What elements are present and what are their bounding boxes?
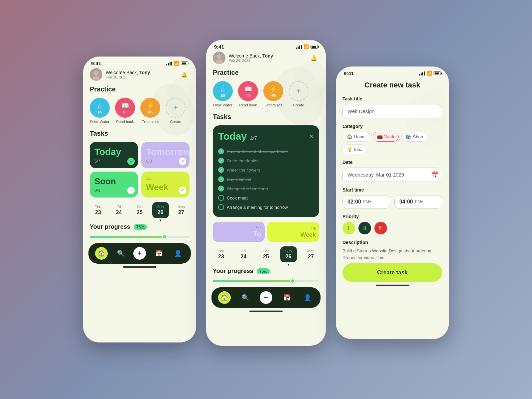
welcome-text-p2: Welcome Back, Tony [229, 53, 273, 59]
end-ampm: PM▾ [415, 200, 423, 204]
p2-create[interactable]: + Create [289, 81, 309, 107]
date-input[interactable] [342, 168, 442, 182]
p2-date-mon[interactable]: Mon27 [303, 246, 319, 262]
header-date: Feb 26, 2023 [106, 75, 150, 79]
tasks-grid: Today 5/7 → Tomorrow 0/3 ✕ Soon 0/1 ↗ 1/… [90, 142, 190, 198]
p2-nav-profile[interactable]: 👤 [301, 291, 314, 304]
header-p2: Welcome Back, Tony Feb 26, 2023 🔔 [213, 52, 319, 64]
task-item-meat[interactable]: Cook meat [218, 193, 314, 202]
practice-item-create[interactable]: + Create [166, 98, 186, 124]
category-home-label: Home [354, 134, 366, 139]
check-dentist: ✓ [218, 158, 224, 164]
phone-2: 9:41 📶 [206, 40, 326, 346]
p2-date-sat[interactable]: Sat25 [258, 246, 274, 262]
date-mon[interactable]: Mon 27 [173, 202, 190, 218]
nav-home[interactable]: 🏠 [95, 247, 108, 260]
priority-low[interactable]: ! [342, 222, 355, 234]
date-input-row: 📅 [342, 168, 442, 182]
task-item-vitamins[interactable]: ✓ Buy vitamins [218, 175, 314, 184]
category-shop-label: Shop [413, 134, 423, 139]
progress-row: Your progress 75% [90, 223, 190, 230]
status-bar-p3: 9:41 📶 [336, 66, 449, 78]
practice-item-exercise[interactable]: ⚡ 4/5 Excersises [140, 98, 160, 124]
practice-row: 💧 1/5 Drink Water 📖 4/5 Read book ⚡ 4/5 … [90, 98, 190, 124]
progress-title-p2: Your progress [213, 268, 253, 275]
close-today-button[interactable]: ✕ [309, 133, 314, 140]
task-item-rent[interactable]: ✓ Pay for the rent of an apartment [218, 147, 314, 156]
p2-nav-home[interactable]: 🏠 [218, 291, 231, 304]
wifi-icon-p3: 📶 [427, 71, 432, 76]
check-meat [218, 195, 224, 201]
tasks-title-p2: Tasks [213, 113, 319, 121]
p2-nav-search[interactable]: 🔍 [239, 291, 252, 304]
start-time-box[interactable]: 02:00 PM▾ [342, 195, 390, 208]
task-item-flowers[interactable]: ✓ Water the flowers [218, 165, 314, 175]
task-card-tomorrow[interactable]: Tomorrow 0/3 ✕ [141, 142, 190, 168]
p2-nav-calendar[interactable]: 📅 [281, 291, 293, 304]
p2-date-thu[interactable]: Thu23 [213, 246, 229, 262]
category-label: Category [342, 124, 442, 129]
category-shop[interactable]: 🛍️ Shop [401, 132, 427, 142]
calendar-icon: 📅 [431, 171, 438, 179]
progress-bar [90, 236, 190, 238]
bottom-nav: 🏠 🔍 + 📅 👤 [88, 243, 191, 264]
date-sat[interactable]: Sat 25 [131, 202, 148, 218]
header: Welcome Back, Tony Feb 26, 2023 🔔 [90, 68, 190, 81]
end-time-box[interactable]: 04:00 PM▾ [394, 195, 442, 208]
nav-add[interactable]: + [133, 247, 146, 260]
task-card-week[interactable]: 1/5 Week ↶ [141, 172, 190, 198]
task-item-dentist[interactable]: ✓ Go to the dentist [218, 156, 314, 165]
priority-medium[interactable]: !! [358, 222, 371, 234]
task-title-input[interactable] [342, 104, 442, 118]
category-work[interactable]: 💼 Work [373, 132, 399, 142]
nav-calendar[interactable]: 📅 [153, 247, 165, 260]
task-item-linen[interactable]: ✓ Change the bed linen [218, 184, 314, 193]
p2-date-sun[interactable]: Sun26 [280, 246, 297, 262]
mini-card-week[interactable]: 1/5 Week [267, 222, 319, 242]
p2-water[interactable]: 💧 1/5 Drink Water [213, 81, 233, 107]
battery-icon-p2 [311, 45, 318, 49]
check-linen: ✓ [218, 186, 224, 192]
task-card-today[interactable]: Today 5/7 → [90, 142, 138, 168]
tasks-title: Tasks [90, 130, 190, 137]
category-idea[interactable]: 💡 Idea [342, 144, 367, 154]
date-thu[interactable]: Thu 23 [90, 202, 106, 218]
mini-cards-row: 0/7 To 1/5 Week [213, 222, 319, 242]
bell-icon[interactable]: 🔔 [179, 69, 190, 80]
task-card-soon[interactable]: Soon 0/1 ↗ [90, 172, 138, 198]
priority-label: Priority [342, 214, 442, 219]
priority-high[interactable]: !!! [374, 222, 387, 234]
date-fri[interactable]: Fri 24 [111, 202, 127, 218]
bell-icon-p2[interactable]: 🔔 [309, 53, 319, 63]
description-text: Build a Startup Website Design about ord… [342, 248, 442, 261]
date-row-p2: Thu23 Fri24 Sat25 Sun26 Mon27 [213, 246, 319, 262]
create-task-button[interactable]: Create task [342, 263, 442, 282]
status-time: 9:41 [91, 61, 101, 66]
phone-1: 9:41 📶 [83, 57, 196, 342]
nav-search[interactable]: 🔍 [114, 247, 127, 260]
svg-point-3 [94, 71, 98, 75]
mini-card-tomorrow[interactable]: 0/7 To [213, 222, 265, 242]
check-rent: ✓ [218, 148, 224, 154]
category-home[interactable]: 🏠 Home [342, 132, 370, 142]
time-row: 02:00 PM▾ 04:00 PM▾ [342, 195, 442, 208]
check-meeting [218, 204, 224, 210]
p2-exercise[interactable]: ⚡ 4/5 Excersises [263, 81, 283, 107]
bottom-nav-p2: 🏠 🔍 + 📅 👤 [211, 287, 321, 308]
today-fraction: 2/7 [250, 135, 257, 141]
battery-icon-p3 [434, 71, 441, 75]
p2-book[interactable]: 📖 4/5 Read book [238, 81, 258, 107]
status-icons: 📶 [166, 61, 188, 66]
p2-date-fri[interactable]: Fri24 [235, 246, 252, 262]
signal-icon-p3 [419, 71, 425, 75]
practice-item-water[interactable]: 💧 1/5 Drink Water [90, 98, 110, 124]
start-time-label: Start time [342, 187, 442, 193]
nav-profile[interactable]: 👤 [172, 247, 184, 260]
priority-row: ! !! !!! [342, 222, 442, 234]
p2-nav-add[interactable]: + [260, 291, 272, 304]
practice-item-book[interactable]: 📖 4/5 Read book [115, 98, 135, 124]
task-item-meeting[interactable]: Arrange a meeting for tomorrow [218, 202, 314, 212]
date-sun-active[interactable]: Sun 26 [152, 202, 169, 218]
practice-title-p2: Practice [213, 69, 319, 76]
progress-badge-p2: 75% [257, 268, 270, 274]
